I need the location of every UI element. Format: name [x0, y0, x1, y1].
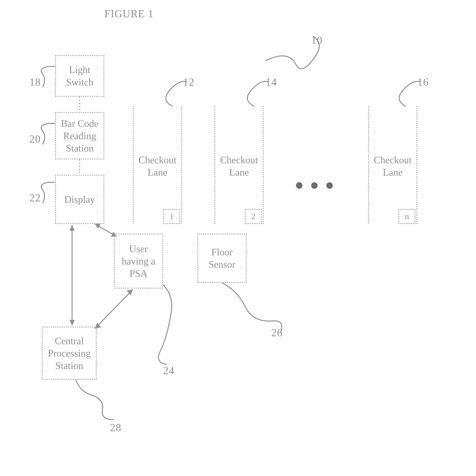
box-central-processing-station: CentralProcessingStation: [42, 327, 97, 380]
ref-24: 24: [163, 365, 174, 377]
ellipsis-dot: [311, 182, 318, 189]
ref-22: 22: [29, 192, 41, 204]
ref-14: 14: [266, 76, 277, 88]
leadline-26: [222, 283, 282, 332]
diagram-canvas: FIGURE 1 10 12 14 16 18 20 22 24 26 28 L…: [0, 0, 476, 476]
leadline-28: [76, 380, 114, 420]
svg-marker-5: [69, 320, 75, 326]
leadline-22: [41, 182, 55, 203]
leadline-24: [158, 285, 172, 365]
lane-label: CheckoutLane: [133, 154, 182, 179]
ref-10: 10: [311, 34, 323, 46]
checkout-lane-2: CheckoutLane 2: [214, 106, 264, 224]
leadline-18: [41, 66, 55, 87]
leadline-20: [41, 123, 55, 144]
lane-number-2: 2: [245, 209, 262, 224]
ellipsis-dot: [296, 182, 302, 189]
ref-12: 12: [183, 76, 194, 88]
arrow-user-central: [95, 290, 133, 329]
ref-28: 28: [110, 421, 121, 434]
arrow-display-user: [95, 224, 117, 237]
figure-title: FIGURE 1: [104, 8, 154, 20]
ref-20: 20: [29, 133, 41, 145]
lane-number-1: 1: [163, 209, 180, 224]
lane-label: CheckoutLane: [368, 154, 417, 179]
leadline-14: [247, 81, 269, 106]
box-floor-sensor: FloorSensor: [197, 234, 247, 283]
box-light-switch: LightSwitch: [55, 55, 104, 97]
box-display: Display: [55, 175, 104, 224]
svg-marker-7: [127, 290, 133, 295]
ref-26: 26: [271, 327, 283, 339]
ref-16: 16: [417, 76, 429, 88]
leadline-16: [399, 81, 420, 106]
box-user-psa: Userhaving aPSA: [114, 234, 163, 289]
ref-18: 18: [29, 76, 41, 88]
lane-number-n: n: [398, 209, 415, 224]
svg-line-0: [95, 224, 117, 236]
svg-marker-4: [69, 225, 75, 231]
svg-marker-1: [95, 224, 101, 229]
box-bar-code-reading-station: Bar CodeReadingStation: [55, 112, 104, 160]
checkout-lane-1: CheckoutLane 1: [133, 106, 182, 224]
arrow-display-central: [69, 225, 75, 326]
ellipsis-dot: [326, 182, 333, 189]
lane-label: CheckoutLane: [214, 154, 264, 179]
svg-line-6: [95, 290, 133, 329]
checkout-lane-n: CheckoutLane n: [368, 106, 417, 224]
